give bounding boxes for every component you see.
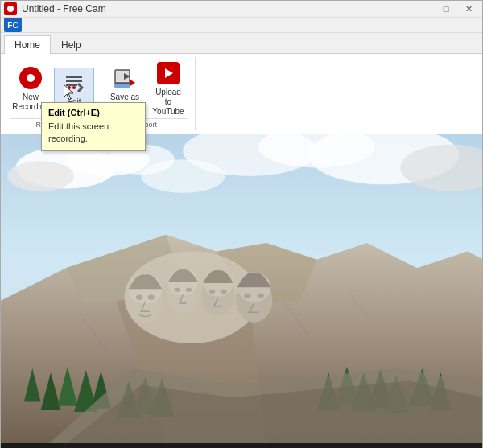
svg-point-31 [136, 295, 142, 300]
tooltip-title: Edit (Ctrl+E) [48, 108, 138, 117]
svg-point-0 [7, 6, 14, 12]
youtube-label: Upload toYouTube [151, 88, 185, 117]
tooltip-popup: Edit (Ctrl+E) Edit this screen recording… [41, 102, 146, 151]
svg-rect-2 [66, 80, 82, 82]
title-bar-text: Untitled - Free Cam [22, 3, 106, 14]
svg-point-5 [68, 86, 71, 89]
new-recording-icon [18, 65, 43, 91]
app-icon [4, 2, 17, 15]
app-window: Untitled - Free Cam – □ ✕ FC Home Help [0, 0, 483, 448]
close-button[interactable]: ✕ [458, 1, 479, 17]
svg-point-43 [244, 293, 250, 298]
quick-access-toolbar: FC [1, 18, 482, 33]
svg-rect-10 [114, 83, 130, 84]
tooltip-description: Edit this screen recording. [48, 121, 138, 146]
svg-point-17 [7, 161, 74, 191]
upload-youtube-button[interactable]: Upload toYouTube [148, 59, 188, 118]
minimize-button[interactable]: – [413, 1, 434, 17]
edit-icon [61, 70, 87, 96]
ribbon-tabs: Home Help [1, 33, 482, 54]
svg-point-35 [174, 288, 180, 292]
video-area [1, 134, 482, 443]
svg-point-36 [186, 288, 192, 292]
video-scene [1, 134, 482, 443]
svg-point-40 [221, 290, 227, 294]
tab-help[interactable]: Help [51, 35, 92, 54]
title-bar-left: Untitled - Free Cam [4, 2, 106, 15]
svg-marker-11 [130, 80, 135, 86]
svg-point-32 [148, 295, 155, 300]
youtube-icon [155, 60, 181, 86]
title-bar-controls: – □ ✕ [413, 1, 479, 17]
quick-access-brand-button[interactable]: FC [4, 18, 22, 32]
svg-marker-4 [77, 83, 84, 92]
svg-rect-1 [66, 76, 82, 78]
ribbon: Home Help New Recording [1, 33, 482, 134]
svg-point-39 [209, 290, 215, 294]
title-bar: Untitled - Free Cam – □ ✕ [1, 1, 482, 18]
main-content: 00:00:00:06 [1, 134, 482, 448]
svg-point-44 [258, 293, 264, 298]
svg-rect-12 [114, 84, 130, 88]
ribbon-content: New Recording [1, 54, 482, 134]
svg-point-6 [72, 86, 76, 89]
controls-bar: 00:00:00:06 [1, 443, 482, 448]
svg-rect-3 [66, 84, 77, 86]
save-video-icon [112, 65, 138, 91]
tab-home[interactable]: Home [4, 35, 51, 54]
maximize-button[interactable]: □ [436, 1, 456, 17]
